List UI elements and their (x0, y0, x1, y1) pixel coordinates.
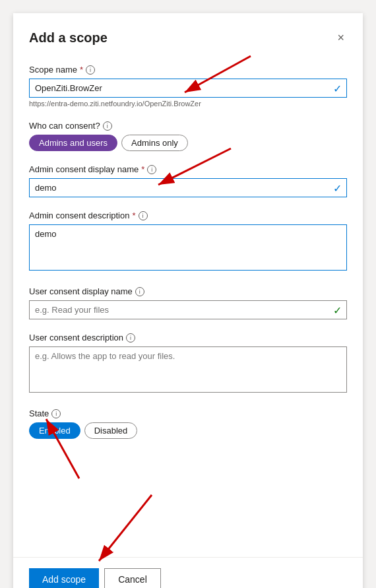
admin-consent-description-group: Admin consent description * i demo (29, 211, 347, 273)
scope-name-input-wrapper: ✓ (29, 79, 347, 98)
modal-title: Add a scope (29, 30, 108, 46)
user-consent-display-name-input[interactable] (29, 300, 347, 319)
admin-consent-display-name-info-icon[interactable]: i (147, 165, 156, 174)
svg-line-7 (99, 495, 152, 561)
admin-consent-display-name-check-icon: ✓ (333, 181, 342, 194)
add-scope-modal: Add a scope × Scope name * i ✓ https://e… (13, 13, 363, 588)
user-consent-display-name-label: User consent display name i (29, 286, 347, 296)
consent-toggle-group: Admins and users Admins only (29, 135, 347, 151)
state-group: State i Enabled Disabled (29, 408, 347, 439)
user-consent-display-name-input-wrapper: ✓ (29, 300, 347, 319)
admin-consent-display-name-input[interactable] (29, 178, 347, 197)
scope-name-hint: https://entra-demo.ziti.netfoundry.io/Op… (29, 100, 347, 108)
admin-consent-description-label: Admin consent description * i (29, 211, 347, 220)
admin-consent-display-name-label: Admin consent display name * i (29, 164, 347, 174)
cancel-button[interactable]: Cancel (104, 568, 161, 588)
consent-admins-only-button[interactable]: Admins only (121, 135, 188, 151)
user-consent-description-info-icon[interactable]: i (126, 333, 135, 343)
modal-footer: Add scope Cancel (13, 557, 363, 588)
modal-header: Add a scope × (29, 29, 347, 46)
user-consent-description-group: User consent description i (29, 333, 347, 395)
user-consent-description-textarea[interactable] (29, 346, 347, 393)
state-label: State i (29, 408, 347, 418)
state-disabled-button[interactable]: Disabled (84, 422, 138, 439)
user-consent-description-label: User consent description i (29, 333, 347, 343)
user-consent-display-name-info-icon[interactable]: i (135, 287, 144, 296)
who-can-consent-label: Who can consent? i (29, 121, 347, 131)
scope-name-check-icon: ✓ (333, 82, 342, 94)
who-can-consent-group: Who can consent? i Admins and users Admi… (29, 121, 347, 151)
scope-name-group: Scope name * i ✓ https://entra-demo.ziti… (29, 65, 347, 108)
scope-name-label: Scope name * i (29, 65, 347, 75)
state-toggle-group: Enabled Disabled (29, 422, 347, 439)
admin-consent-description-textarea[interactable]: demo (29, 224, 347, 271)
who-can-consent-info-icon[interactable]: i (103, 121, 112, 131)
state-enabled-button[interactable]: Enabled (29, 422, 80, 439)
admin-consent-description-info-icon[interactable]: i (139, 211, 148, 220)
scope-name-input[interactable] (29, 79, 347, 98)
scope-name-info-icon[interactable]: i (86, 65, 95, 75)
add-scope-button[interactable]: Add scope (29, 568, 99, 588)
state-info-icon[interactable]: i (51, 409, 61, 418)
admin-consent-display-name-group: Admin consent display name * i ✓ (29, 164, 347, 197)
user-consent-display-name-group: User consent display name i ✓ (29, 286, 347, 319)
consent-admins-users-button[interactable]: Admins and users (29, 135, 117, 151)
close-button[interactable]: × (334, 29, 347, 46)
user-consent-display-name-check-icon: ✓ (333, 304, 342, 316)
admin-consent-display-name-input-wrapper: ✓ (29, 178, 347, 197)
